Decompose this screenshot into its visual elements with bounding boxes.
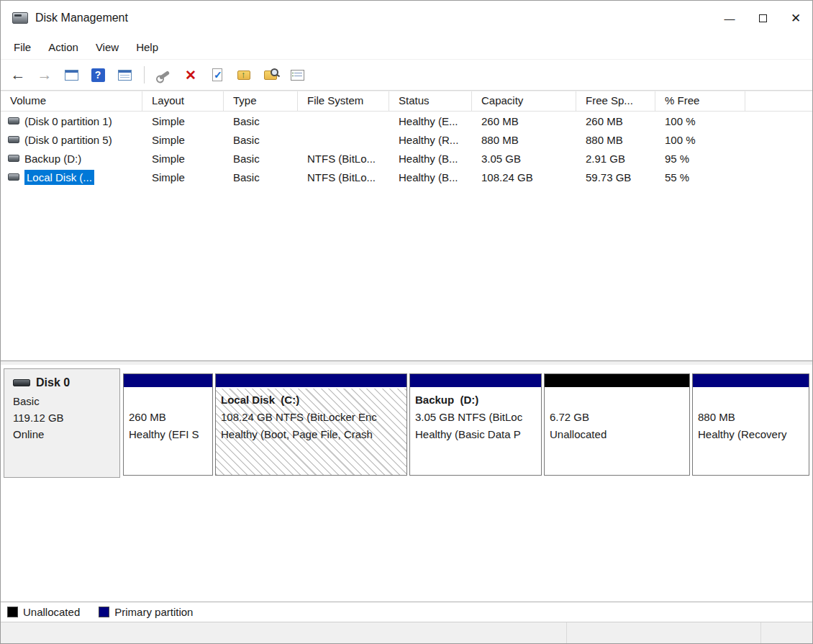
cell-type: Basic bbox=[224, 115, 298, 127]
menu-file[interactable]: File bbox=[5, 37, 40, 57]
table-row[interactable]: (Disk 0 partition 5) Simple Basic Health… bbox=[1, 130, 812, 149]
disk-management-window: Disk Management — ✕ File Action View Hel… bbox=[0, 0, 813, 644]
volume-icon bbox=[8, 173, 19, 181]
partition-color-bar bbox=[124, 374, 212, 389]
minimize-icon: — bbox=[725, 12, 735, 24]
column-header-blank bbox=[745, 91, 812, 111]
table-row[interactable]: (Disk 0 partition 1) Simple Basic Health… bbox=[1, 112, 812, 130]
folder-up-icon bbox=[237, 71, 250, 80]
cell-type: Basic bbox=[224, 153, 298, 165]
cell-free-space: 2.91 GB bbox=[576, 153, 655, 165]
cell-layout: Simple bbox=[142, 153, 224, 165]
volume-list-pane: Volume Layout Type File System Status Ca… bbox=[1, 91, 812, 360]
partition-title: Local Disk (C:) bbox=[221, 391, 401, 409]
cell-capacity: 3.05 GB bbox=[472, 153, 576, 165]
details-window-button[interactable] bbox=[116, 65, 133, 84]
console-window-button[interactable] bbox=[63, 65, 80, 84]
field-list-button[interactable] bbox=[289, 65, 306, 84]
cell-pct-free: 55 % bbox=[655, 171, 745, 183]
maximize-button[interactable] bbox=[746, 1, 779, 35]
column-header-volume[interactable]: Volume bbox=[1, 91, 142, 111]
title-bar[interactable]: Disk Management — ✕ bbox=[1, 1, 812, 35]
column-header-type[interactable]: Type bbox=[224, 91, 298, 111]
disk-name: Disk 0 bbox=[36, 376, 70, 389]
partition-local-disk-c[interactable]: Local Disk (C:) 108.24 GB NTFS (BitLocke… bbox=[215, 373, 407, 476]
menu-action[interactable]: Action bbox=[40, 37, 87, 57]
legend-bar: Unallocated Primary partition bbox=[1, 602, 812, 622]
cell-status: Healthy (E... bbox=[389, 115, 472, 127]
status-bar bbox=[1, 622, 812, 643]
toolbar: ← → ? ✕ bbox=[1, 60, 812, 91]
disk-type: Basic bbox=[13, 395, 112, 407]
partition-backup-d[interactable]: Backup (D:) 3.05 GB NTFS (BitLoc Healthy… bbox=[409, 373, 542, 476]
delete-icon: ✕ bbox=[185, 67, 196, 83]
volume-name: Local Disk (... bbox=[24, 170, 94, 185]
unallocated-swatch-icon bbox=[7, 607, 18, 617]
menu-help[interactable]: Help bbox=[127, 37, 167, 57]
disk-0-row: Disk 0 Basic 119.12 GB Online 260 MB Hea… bbox=[1, 365, 812, 480]
partition-unallocated[interactable]: 6.72 GB Unallocated bbox=[544, 373, 690, 476]
legend-item-primary-partition: Primary partition bbox=[99, 606, 193, 618]
check-document-icon bbox=[212, 68, 222, 81]
folder-up-button[interactable] bbox=[235, 65, 253, 84]
cell-capacity: 260 MB bbox=[472, 115, 576, 127]
check-document-button[interactable] bbox=[209, 65, 226, 84]
back-button[interactable]: ← bbox=[9, 65, 27, 84]
cell-type: Basic bbox=[224, 171, 298, 183]
wrench-icon bbox=[158, 71, 169, 80]
partition-recovery[interactable]: 880 MB Healthy (Recovery bbox=[692, 373, 809, 476]
cell-layout: Simple bbox=[142, 171, 224, 183]
window-title: Disk Management bbox=[35, 12, 128, 24]
cell-pct-free: 95 % bbox=[655, 153, 745, 165]
cell-pct-free: 100 % bbox=[655, 134, 745, 146]
column-header-file-system[interactable]: File System bbox=[298, 91, 389, 111]
legend-label: Primary partition bbox=[114, 606, 193, 618]
partition-color-bar bbox=[216, 374, 407, 389]
volume-list-header: Volume Layout Type File System Status Ca… bbox=[1, 91, 812, 112]
volume-name: (Disk 0 partition 5) bbox=[24, 134, 112, 146]
partition-status: Healthy (EFI S bbox=[129, 426, 207, 443]
status-segment bbox=[1, 622, 567, 643]
cell-free-space: 260 MB bbox=[576, 115, 655, 127]
disk-0-header[interactable]: Disk 0 Basic 119.12 GB Online bbox=[4, 368, 120, 478]
console-window-icon bbox=[65, 70, 78, 81]
maximize-icon bbox=[759, 14, 767, 22]
close-button[interactable]: ✕ bbox=[779, 1, 812, 35]
partition-efi[interactable]: 260 MB Healthy (EFI S bbox=[123, 373, 213, 476]
table-row-selected[interactable]: Local Disk (... Simple Basic NTFS (BitLo… bbox=[1, 168, 812, 186]
partition-title bbox=[550, 391, 684, 409]
minimize-button[interactable]: — bbox=[713, 1, 746, 35]
folder-search-button[interactable] bbox=[262, 65, 279, 84]
column-header-status[interactable]: Status bbox=[389, 91, 472, 111]
primary-partition-swatch-icon bbox=[99, 607, 109, 617]
wrench-button[interactable] bbox=[155, 65, 173, 84]
partition-size: 6.72 GB bbox=[550, 409, 684, 426]
column-header-layout[interactable]: Layout bbox=[142, 91, 224, 111]
cell-free-space: 59.73 GB bbox=[576, 171, 655, 183]
caption-buttons: — ✕ bbox=[713, 1, 812, 35]
forward-button[interactable]: → bbox=[36, 65, 53, 84]
table-row[interactable]: Backup (D:) Simple Basic NTFS (BitLo... … bbox=[1, 149, 812, 168]
partition-title bbox=[129, 391, 207, 409]
menu-view[interactable]: View bbox=[87, 37, 127, 57]
toolbar-separator bbox=[144, 66, 145, 83]
legend-item-unallocated: Unallocated bbox=[7, 606, 80, 618]
folder-search-icon bbox=[264, 71, 277, 80]
status-segment bbox=[567, 622, 761, 643]
volume-icon bbox=[8, 117, 19, 124]
help-button[interactable]: ? bbox=[89, 65, 106, 84]
column-header-pct-free[interactable]: % Free bbox=[655, 91, 745, 111]
partition-status: Healthy (Recovery bbox=[698, 426, 804, 443]
partition-title bbox=[698, 391, 804, 409]
app-disk-icon bbox=[12, 12, 28, 24]
partition-color-bar bbox=[410, 374, 541, 389]
partition-color-bar bbox=[693, 374, 809, 389]
volume-name: (Disk 0 partition 1) bbox=[24, 115, 112, 127]
column-header-free-space[interactable]: Free Sp... bbox=[576, 91, 655, 111]
volume-icon bbox=[8, 155, 19, 162]
cell-layout: Simple bbox=[142, 134, 224, 146]
partition-status: Unallocated bbox=[550, 426, 684, 443]
column-header-capacity[interactable]: Capacity bbox=[472, 91, 576, 111]
delete-button[interactable]: ✕ bbox=[182, 65, 199, 84]
details-window-icon bbox=[118, 70, 132, 81]
